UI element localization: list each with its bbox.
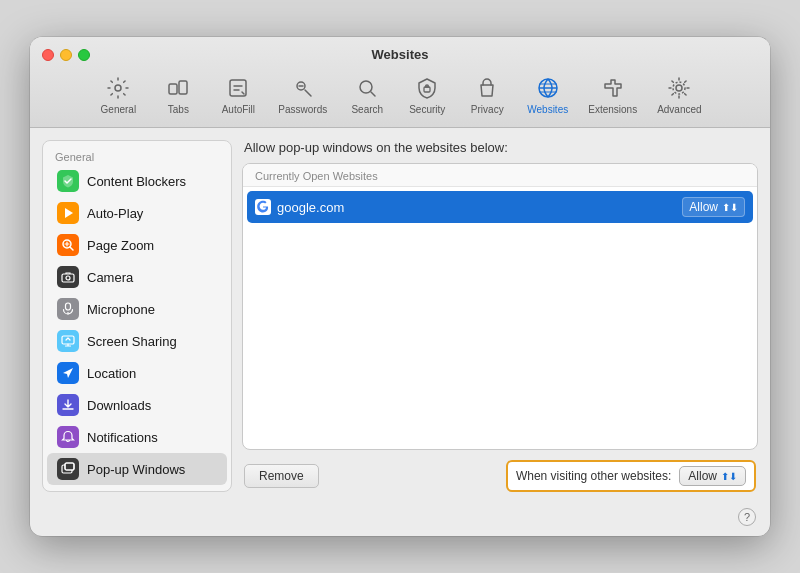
toolbar-general-label: General xyxy=(101,104,137,115)
sidebar-page-zoom-label: Page Zoom xyxy=(87,238,154,253)
toolbar-passwords-label: Passwords xyxy=(278,104,327,115)
main-description: Allow pop-up windows on the websites bel… xyxy=(242,140,758,155)
main-panel: Allow pop-up windows on the websites bel… xyxy=(242,140,758,492)
toolbar-item-privacy[interactable]: Privacy xyxy=(457,70,517,119)
toolbar-tabs-label: Tabs xyxy=(168,104,189,115)
sidebar-camera-label: Camera xyxy=(87,270,133,285)
svg-point-5 xyxy=(360,81,372,93)
microphone-icon xyxy=(57,298,79,320)
sidebar-item-screen-sharing[interactable]: Screen Sharing xyxy=(47,325,227,357)
content-blockers-icon xyxy=(57,170,79,192)
toolbar: General Tabs xyxy=(88,70,711,119)
svg-rect-2 xyxy=(179,81,187,94)
notifications-icon xyxy=(57,426,79,448)
websites-panel: Currently Open Websites google.com Allow… xyxy=(242,163,758,450)
toolbar-search-label: Search xyxy=(351,104,383,115)
svg-rect-14 xyxy=(66,303,71,310)
sidebar-item-microphone[interactable]: Microphone xyxy=(47,293,227,325)
panel-section-header: Currently Open Websites xyxy=(243,164,757,187)
sidebar-item-auto-play[interactable]: Auto-Play xyxy=(47,197,227,229)
search-icon xyxy=(353,74,381,102)
website-dropdown-value: Allow xyxy=(689,200,718,214)
svg-rect-12 xyxy=(62,274,74,282)
toolbar-item-tabs[interactable]: Tabs xyxy=(148,70,208,119)
toolbar-item-search[interactable]: Search xyxy=(337,70,397,119)
toolbar-extensions-label: Extensions xyxy=(588,104,637,115)
svg-rect-1 xyxy=(169,84,177,94)
svg-rect-6 xyxy=(424,87,430,92)
remove-button[interactable]: Remove xyxy=(244,464,319,488)
sidebar-microphone-label: Microphone xyxy=(87,302,155,317)
chevron-up-down-icon: ⬆⬇ xyxy=(722,202,738,213)
security-icon xyxy=(413,74,441,102)
passwords-icon xyxy=(289,74,317,102)
svg-marker-10 xyxy=(65,208,73,218)
screen-sharing-icon xyxy=(57,330,79,352)
sidebar-item-downloads[interactable]: Downloads xyxy=(47,389,227,421)
sidebar-item-notifications[interactable]: Notifications xyxy=(47,421,227,453)
window-body: General Content Blockers xyxy=(30,128,770,536)
extensions-icon xyxy=(599,74,627,102)
sidebar-screen-sharing-label: Screen Sharing xyxy=(87,334,177,349)
toolbar-websites-label: Websites xyxy=(527,104,568,115)
auto-play-icon xyxy=(57,202,79,224)
svg-point-13 xyxy=(66,276,70,280)
toolbar-advanced-label: Advanced xyxy=(657,104,701,115)
google-website-name: google.com xyxy=(277,200,682,215)
toolbar-item-passwords[interactable]: Passwords xyxy=(268,70,337,119)
advanced-icon xyxy=(665,74,693,102)
toolbar-item-extensions[interactable]: Extensions xyxy=(578,70,647,119)
titlebar: Websites General xyxy=(30,37,770,128)
websites-icon xyxy=(534,74,562,102)
autofill-icon xyxy=(224,74,252,102)
other-websites-row: When visiting other websites: Allow ⬆⬇ xyxy=(506,460,756,492)
toolbar-autofill-label: AutoFill xyxy=(222,104,255,115)
website-row[interactable]: google.com Allow ⬆⬇ xyxy=(247,191,753,223)
svg-rect-15 xyxy=(62,336,74,344)
toolbar-item-general[interactable]: General xyxy=(88,70,148,119)
svg-point-9 xyxy=(673,82,685,94)
camera-icon xyxy=(57,266,79,288)
toolbar-security-label: Security xyxy=(409,104,445,115)
privacy-icon xyxy=(473,74,501,102)
safari-preferences-window: Websites General xyxy=(30,37,770,536)
sidebar-notifications-label: Notifications xyxy=(87,430,158,445)
sidebar-downloads-label: Downloads xyxy=(87,398,151,413)
toolbar-privacy-label: Privacy xyxy=(471,104,504,115)
toolbar-item-autofill[interactable]: AutoFill xyxy=(208,70,268,119)
other-websites-dropdown[interactable]: Allow ⬆⬇ xyxy=(679,466,746,486)
content-area: General Content Blockers xyxy=(30,128,770,504)
google-favicon xyxy=(255,199,271,215)
sidebar-auto-play-label: Auto-Play xyxy=(87,206,143,221)
sidebar-content-blockers-label: Content Blockers xyxy=(87,174,186,189)
other-websites-chevron-icon: ⬆⬇ xyxy=(721,471,737,482)
toolbar-item-security[interactable]: Security xyxy=(397,70,457,119)
minimize-button[interactable] xyxy=(60,49,72,61)
page-zoom-icon xyxy=(57,234,79,256)
svg-point-8 xyxy=(676,85,682,91)
other-websites-label: When visiting other websites: xyxy=(516,469,671,483)
help-button[interactable]: ? xyxy=(738,508,756,526)
general-icon xyxy=(104,74,132,102)
tabs-icon xyxy=(164,74,192,102)
downloads-icon xyxy=(57,394,79,416)
location-icon xyxy=(57,362,79,384)
sidebar-item-content-blockers[interactable]: Content Blockers xyxy=(47,165,227,197)
window-title: Websites xyxy=(372,47,429,62)
svg-point-0 xyxy=(115,85,121,91)
sidebar-item-camera[interactable]: Camera xyxy=(47,261,227,293)
sidebar-item-location[interactable]: Location xyxy=(47,357,227,389)
traffic-lights xyxy=(42,49,90,61)
sidebar-location-label: Location xyxy=(87,366,136,381)
website-allow-dropdown[interactable]: Allow ⬆⬇ xyxy=(682,197,745,217)
close-button[interactable] xyxy=(42,49,54,61)
sidebar-item-page-zoom[interactable]: Page Zoom xyxy=(47,229,227,261)
toolbar-item-advanced[interactable]: Advanced xyxy=(647,70,711,119)
toolbar-item-websites[interactable]: Websites xyxy=(517,70,578,119)
bottom-bar: Remove When visiting other websites: All… xyxy=(242,460,758,492)
sidebar-section-label: General xyxy=(43,147,231,165)
sidebar-item-popup-windows[interactable]: Pop-up Windows xyxy=(47,453,227,485)
maximize-button[interactable] xyxy=(78,49,90,61)
other-websites-value: Allow xyxy=(688,469,717,483)
svg-rect-17 xyxy=(65,463,74,470)
